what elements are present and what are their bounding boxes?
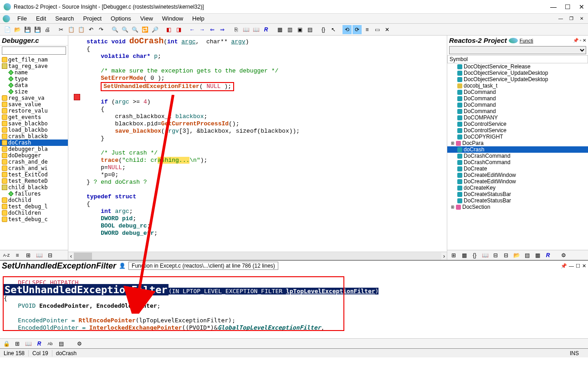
book-icon[interactable]: 📖 — [35, 251, 44, 260]
mdi-restore-icon[interactable]: ❐ — [568, 16, 575, 21]
symbol-item[interactable]: name — [0, 69, 68, 76]
sort-az-icon[interactable]: A-Z — [2, 251, 11, 260]
menu-view[interactable]: View — [136, 14, 158, 23]
symbol-item[interactable]: test_ExitCod — [0, 171, 68, 178]
open-file-icon[interactable]: 📂 — [13, 25, 22, 34]
panel-pin-icon[interactable]: 📌 ▫ ✕ — [573, 38, 586, 43]
context-maximize-icon[interactable]: ☐ — [576, 263, 580, 269]
symbol-item[interactable]: get_events — [0, 114, 68, 120]
sync2-icon[interactable]: ⟳ — [353, 25, 362, 34]
symbol-item[interactable]: child_blackb — [0, 184, 68, 191]
project-symbol-item[interactable]: DoCOMPANY — [447, 114, 588, 121]
find-files-icon[interactable]: 🔎 — [150, 25, 159, 34]
editor-content[interactable]: static void doCrash(int argc, char** arg… — [68, 36, 447, 239]
expand-icon[interactable]: ⊞ — [451, 141, 455, 145]
symbol-item[interactable]: load_blackbo — [0, 127, 68, 133]
rtb-icon-3[interactable]: {} — [470, 251, 479, 260]
rtb-icon-4[interactable]: 📖 — [481, 251, 490, 260]
symbol-item[interactable]: doChildren — [0, 210, 68, 216]
copy-icon[interactable]: 📋 — [66, 25, 76, 34]
project-symbol-item[interactable]: DoCreateEditWindow — [447, 172, 588, 178]
symbol-item[interactable]: failures — [0, 191, 68, 197]
project-symbol-item[interactable]: DoCommand — [447, 95, 588, 102]
menu-file[interactable]: File — [13, 14, 31, 23]
project-symbol-item[interactable]: DocObjectService_UpdateDesktop — [447, 76, 588, 83]
project-symbol-item[interactable]: docobj_task_t — [447, 83, 588, 89]
rtb-refresh-icon[interactable]: R — [543, 251, 552, 260]
cut-icon[interactable]: ✂ — [56, 25, 66, 34]
symbol-item[interactable]: crash_blackb — [0, 133, 68, 140]
redo-icon[interactable]: ↷ — [97, 25, 106, 34]
mdi-close-icon[interactable]: ✕ — [578, 16, 585, 21]
rtb-icon-8[interactable]: ▤ — [522, 251, 532, 260]
minimize-button[interactable]: — — [550, 3, 557, 10]
project-col-header[interactable]: Symbol — [447, 55, 588, 63]
hscroll-thumb[interactable] — [74, 253, 92, 260]
symbol-item[interactable]: debugger_bla — [0, 146, 68, 152]
project-symbol-item[interactable]: DoCrashCommand — [447, 153, 588, 159]
symbol-item[interactable]: get_file_nam — [0, 57, 68, 63]
ctb-settings-icon[interactable]: ⚙ — [75, 339, 84, 348]
symbol-item[interactable]: test_debug_c — [0, 216, 68, 222]
project-symbol-tree[interactable]: Symbol DocObjectService_ReleaseDocObject… — [447, 55, 588, 250]
context-content[interactable]: DECLSPEC_HOTPATCH SetUnhandledExceptionF… — [0, 271, 588, 338]
project-symbol-item[interactable]: DoCOPYRIGHT — [447, 134, 588, 140]
outline-icon[interactable]: ≡ — [363, 25, 372, 34]
project-symbol-item[interactable]: DoCrashCommand — [447, 159, 588, 165]
symbol-item[interactable]: doCrash — [0, 140, 68, 146]
project-symbol-item[interactable]: DoControlService — [447, 121, 588, 127]
ctb-book-icon[interactable]: 📖 — [24, 339, 33, 348]
refresh-icon[interactable]: R — [261, 25, 271, 34]
ctb-text-icon[interactable]: Ab — [46, 339, 55, 348]
toolbar-close-icon[interactable]: ✕ — [383, 25, 392, 34]
project-symbol-item[interactable]: DoCommand — [447, 89, 588, 95]
symbol-item[interactable]: restore_valu — [0, 108, 68, 114]
rtb-icon-7[interactable]: 📂 — [512, 251, 521, 260]
replace-icon[interactable]: 🔁 — [140, 25, 149, 34]
scroll-left-icon[interactable]: ‹ — [68, 253, 74, 259]
project-symbol-item[interactable]: DoCommand — [447, 102, 588, 108]
rtb-settings-icon[interactable]: ⚙ — [559, 251, 568, 260]
jump-def-icon[interactable]: ⎘ — [231, 25, 240, 34]
symbol-item[interactable]: doChild — [0, 197, 68, 203]
project-symbol-item[interactable]: DoCreateStatusBar — [447, 191, 588, 197]
new-file-icon[interactable]: 📄 — [3, 25, 12, 34]
menu-search[interactable]: Search — [51, 14, 78, 23]
project-symbol-item[interactable]: ⊞DocPara — [447, 140, 588, 146]
cascade-icon[interactable]: ▣ — [295, 25, 304, 34]
print-icon[interactable]: 🖨 — [43, 25, 52, 34]
menu-edit[interactable]: Edit — [31, 14, 51, 23]
tile-h-icon[interactable]: ▦ — [275, 25, 284, 34]
project-symbol-item[interactable]: DocObjectService_Release — [447, 63, 588, 70]
symbol-item[interactable]: size — [0, 88, 68, 95]
symbol-item[interactable]: reg_save_va — [0, 95, 68, 101]
symbol-item[interactable]: data — [0, 82, 68, 88]
mdi-minimize-icon[interactable]: — — [557, 16, 565, 21]
project-symbol-item[interactable]: DoCreate — [447, 165, 588, 172]
scroll-right-icon[interactable]: › — [441, 253, 447, 259]
save-all-icon[interactable]: 💾 — [33, 25, 42, 34]
tree-icon[interactable]: ⊟ — [46, 251, 55, 260]
rtb-icon-5[interactable]: ⊟ — [491, 251, 500, 260]
symbol-filter-input[interactable] — [2, 47, 66, 55]
ctb-refresh-icon[interactable]: R — [35, 339, 44, 348]
rtb-icon-6[interactable]: ⊟ — [501, 251, 511, 260]
menu-project[interactable]: Project — [79, 14, 106, 23]
project-symbol-item[interactable]: DoCreateStatusBar — [447, 197, 588, 204]
symbol-item[interactable]: doDebugger — [0, 152, 68, 159]
nav-down-icon[interactable]: ⇒ — [218, 25, 227, 34]
code-editor[interactable]: static void doCrash(int argc, char** arg… — [68, 36, 447, 260]
paste-icon[interactable]: 📋 — [77, 25, 86, 34]
menu-options[interactable]: Options — [106, 14, 136, 23]
nav-forward-icon[interactable]: → — [198, 25, 207, 34]
window-list-icon[interactable]: ▤ — [305, 25, 314, 34]
rtb-icon-2[interactable]: ▦ — [460, 251, 469, 260]
bookmark-next-icon[interactable]: ◨ — [174, 25, 183, 34]
nav-up-icon[interactable]: ⇐ — [208, 25, 217, 34]
lookup-ref-icon[interactable]: 📖 — [241, 25, 251, 34]
symbol-item[interactable]: test_debug_l — [0, 203, 68, 210]
cursor-icon[interactable]: ↖ — [329, 25, 338, 34]
undo-icon[interactable]: ↶ — [87, 25, 96, 34]
project-symbol-item[interactable]: DocObjectService_UpdateDesktop — [447, 70, 588, 76]
symbol-tree[interactable]: get_file_namtag_reg_savenametypedatasize… — [0, 56, 68, 250]
